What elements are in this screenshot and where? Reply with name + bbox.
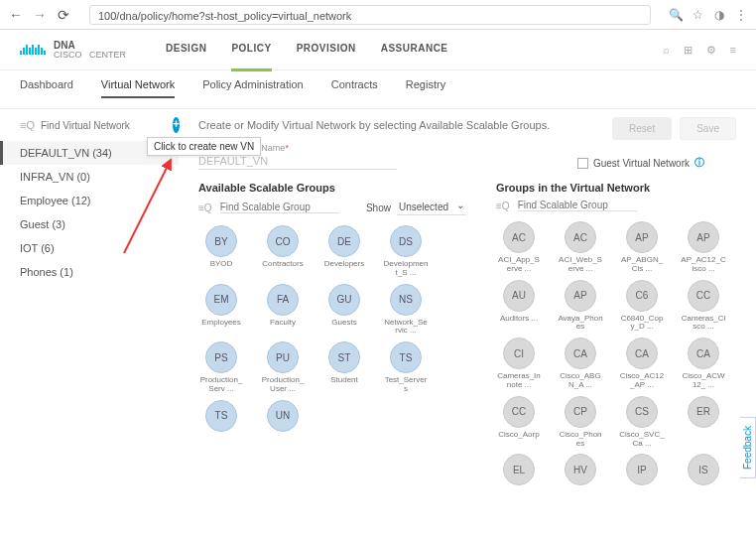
reload-icon[interactable]: ⟳ bbox=[56, 7, 71, 23]
chip-abbr: EL bbox=[503, 454, 535, 485]
group-chip[interactable]: C6C6840_Copy_D ... bbox=[619, 280, 665, 333]
search-icon[interactable]: ⌕ bbox=[663, 44, 670, 57]
chip-abbr: AU bbox=[503, 280, 535, 312]
group-chip[interactable]: BYBYOD bbox=[198, 225, 244, 278]
group-chip[interactable]: EL bbox=[496, 454, 542, 488]
chip-abbr: AP bbox=[565, 280, 596, 312]
group-chip[interactable]: ACACI_App_Serve ... bbox=[496, 221, 542, 274]
group-chip[interactable]: EMEmployees bbox=[198, 284, 244, 337]
group-chip[interactable]: CPCisco_Phones bbox=[558, 396, 603, 449]
group-chip[interactable]: UN bbox=[260, 400, 306, 435]
chip-label: Employees bbox=[198, 319, 244, 328]
chip-abbr: EM bbox=[205, 284, 237, 316]
sidebar-vn-item[interactable]: Employee (12) bbox=[0, 189, 179, 212]
group-chip[interactable]: TSTest_Servers bbox=[383, 341, 429, 394]
url-bar[interactable]: 100/dna/policy/home?st-host_policy=virtu… bbox=[89, 5, 651, 25]
group-chip[interactable]: NSNetwork_Servic ... bbox=[383, 284, 429, 337]
group-chip[interactable]: HV bbox=[558, 454, 603, 488]
forward-icon: → bbox=[32, 7, 48, 23]
nav-design[interactable]: DESIGN bbox=[166, 43, 206, 58]
group-chip[interactable]: ACACI_Web_Serve ... bbox=[558, 221, 603, 274]
extension-icon[interactable]: ◑ bbox=[712, 8, 726, 22]
group-chip[interactable]: COContractors bbox=[260, 225, 306, 278]
group-chip[interactable]: FAFaculty bbox=[260, 284, 306, 337]
sidebar-vn-item[interactable]: Phones (1) bbox=[0, 260, 179, 284]
subnav-dashboard[interactable]: Dashboard bbox=[20, 78, 73, 98]
group-chip[interactable]: IS bbox=[681, 454, 726, 488]
chip-label: Developers bbox=[321, 260, 367, 269]
save-button[interactable]: Save bbox=[680, 117, 736, 140]
group-chip[interactable]: CICameras_Innote ... bbox=[496, 338, 542, 390]
group-chip[interactable]: STStudent bbox=[321, 341, 367, 394]
chip-label: Network_Servic ... bbox=[383, 319, 429, 337]
chip-abbr: DE bbox=[328, 225, 360, 257]
chip-label: Cisco_Phones bbox=[558, 431, 603, 449]
group-chip[interactable]: CCCameras_Cisco ... bbox=[681, 280, 726, 333]
subnav-contracts[interactable]: Contracts bbox=[331, 78, 378, 98]
chip-label: Test_Servers bbox=[383, 376, 429, 394]
group-chip[interactable]: PSProduction_Serv ... bbox=[198, 341, 244, 394]
group-chip[interactable]: IP bbox=[619, 454, 665, 488]
group-chip[interactable]: APAP_AC12_Cisco ... bbox=[681, 221, 726, 274]
subnav-registry[interactable]: Registry bbox=[406, 78, 445, 98]
group-chip[interactable]: CSCisco_SVC_Ca ... bbox=[619, 396, 665, 449]
reset-button[interactable]: Reset bbox=[612, 117, 672, 140]
group-chip[interactable]: TS bbox=[198, 400, 244, 435]
chip-label: AP_AC12_Cisco ... bbox=[681, 256, 726, 274]
show-filter-select[interactable]: Unselected bbox=[397, 200, 466, 215]
available-groups-panel: Available Scalable Groups ≡Q Show Unsele… bbox=[198, 182, 466, 488]
sidebar-vn-item[interactable]: Guest (3) bbox=[0, 212, 179, 236]
group-chip[interactable]: DEDevelopers bbox=[321, 225, 367, 278]
nav-provision[interactable]: PROVISION bbox=[297, 43, 356, 58]
filter-icon[interactable]: ≡Q bbox=[20, 119, 35, 131]
bookmark-icon[interactable]: ☆ bbox=[691, 8, 704, 22]
guest-vn-checkbox[interactable] bbox=[577, 158, 588, 169]
apps-icon[interactable]: ⊞ bbox=[684, 44, 693, 57]
group-chip[interactable]: GUGuests bbox=[321, 284, 367, 337]
available-search-input[interactable] bbox=[220, 202, 339, 213]
available-groups-title: Available Scalable Groups bbox=[198, 182, 466, 194]
subnav-policy-admin[interactable]: Policy Administration bbox=[202, 78, 304, 98]
subnav-virtual-network[interactable]: Virtual Network bbox=[101, 78, 175, 98]
chip-abbr: CS bbox=[626, 396, 658, 428]
group-chip[interactable]: APAvaya_Phones bbox=[558, 280, 603, 333]
chip-label: Guests bbox=[321, 319, 367, 328]
group-chip[interactable]: CACisco_ACW12_ ... bbox=[681, 338, 726, 390]
group-chip[interactable]: CACisco_ABGN_A ... bbox=[558, 338, 603, 390]
chip-abbr: IS bbox=[688, 454, 719, 485]
group-chip[interactable]: ER bbox=[681, 396, 726, 449]
group-chip[interactable]: AUAuditors ... bbox=[496, 280, 542, 333]
feedback-tab[interactable]: Feedback bbox=[740, 417, 756, 478]
group-chip[interactable]: CACisco_AC12_AP ... bbox=[619, 338, 665, 390]
vn-search-input[interactable] bbox=[41, 120, 167, 131]
menu-icon[interactable]: ⋮ bbox=[734, 8, 748, 22]
sidebar-vn-item[interactable]: INFRA_VN (0) bbox=[0, 165, 179, 189]
group-chip[interactable]: DSDevelopment_S ... bbox=[383, 225, 429, 278]
search-icon[interactable]: 🔍 bbox=[669, 8, 683, 22]
chip-abbr: AP bbox=[688, 221, 719, 253]
filter-icon[interactable]: ≡Q bbox=[496, 201, 510, 211]
browser-toolbar: ← → ⟳ 100/dna/policy/home?st-host_policy… bbox=[0, 0, 756, 30]
back-icon[interactable]: ← bbox=[8, 7, 24, 23]
cisco-logo: DNA CISCO CENTER bbox=[20, 40, 126, 60]
chip-label: Production_Serv ... bbox=[198, 376, 244, 394]
gear-icon[interactable]: ⚙ bbox=[706, 44, 716, 57]
chip-abbr: CO bbox=[267, 225, 299, 257]
info-icon[interactable]: ⓘ bbox=[694, 156, 704, 170]
chip-label: Avaya_Phones bbox=[558, 315, 603, 333]
chip-abbr: TS bbox=[205, 400, 237, 432]
chip-abbr: C6 bbox=[626, 280, 658, 312]
filter-icon[interactable]: ≡Q bbox=[198, 203, 212, 213]
chip-abbr: CA bbox=[626, 338, 658, 369]
nav-policy[interactable]: POLICY bbox=[231, 43, 271, 58]
nav-assurance[interactable]: ASSURANCE bbox=[381, 43, 448, 58]
group-chip[interactable]: PUProduction_User ... bbox=[260, 341, 306, 394]
sidebar-vn-item[interactable]: IOT (6) bbox=[0, 236, 179, 260]
list-icon[interactable]: ≡ bbox=[730, 44, 736, 57]
chip-label: C6840_Copy_D ... bbox=[619, 315, 665, 333]
group-chip[interactable]: APAP_ABGN_Cis ... bbox=[619, 221, 665, 274]
vn-groups-search-input[interactable] bbox=[518, 200, 637, 211]
vn-sidebar: ≡Q + Click to create new VN DEFAULT_VN (… bbox=[0, 109, 179, 498]
chip-label: Cameras_Innote ... bbox=[496, 372, 542, 390]
group-chip[interactable]: CCCisco_Aorp bbox=[496, 396, 542, 449]
